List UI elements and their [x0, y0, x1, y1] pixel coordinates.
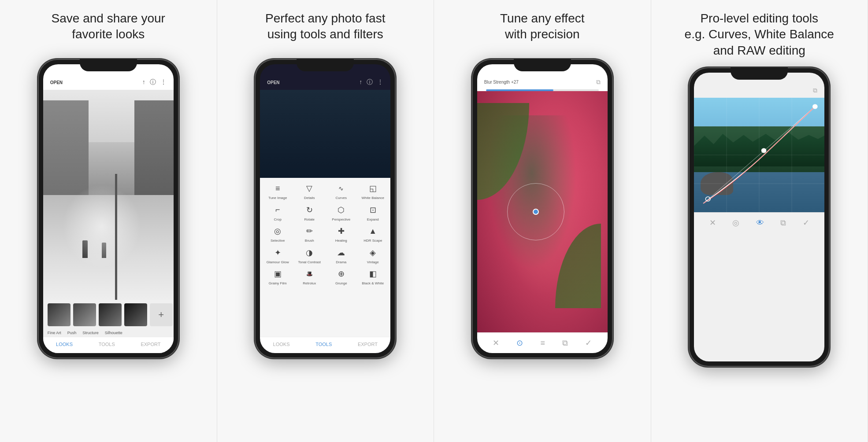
phone-3: Blur Strength +27 ⧉ — [472, 59, 613, 358]
tune-image-icon: ≡ — [271, 182, 284, 195]
tools-grid-container: ≡ Tune Image ▽ Details ∿ Curves ◱ — [260, 178, 390, 337]
sliders-ctrl-icon[interactable]: ≡ — [540, 339, 545, 348]
more-icon-1[interactable]: ⋮ — [160, 78, 167, 86]
curves-icon: ∿ — [335, 182, 347, 195]
tool-retrolux[interactable]: 🎩 Retrolux — [295, 268, 323, 286]
white-balance-label: White Balance — [361, 196, 384, 200]
tool-tonal-contrast[interactable]: ◑ Tonal Contrast — [295, 247, 323, 265]
tool-details[interactable]: ▽ Details — [295, 182, 323, 200]
look-thumb-1[interactable] — [48, 303, 70, 326]
nav-export-2[interactable]: EXPORT — [358, 342, 378, 347]
phone-4-image — [694, 98, 824, 212]
svg-point-7 — [813, 104, 818, 109]
tool-perspective[interactable]: ⬡ Perspective — [327, 204, 355, 222]
tool-brush[interactable]: ✏ Brush — [295, 225, 323, 243]
phone-2-dark-image — [260, 90, 390, 178]
phone-3-inner: Blur Strength +27 ⧉ — [477, 64, 608, 353]
phone-3-controls: ✕ ⊙ ≡ ⧉ ✓ — [477, 332, 608, 353]
phone-4-inner: ⧉ — [694, 73, 824, 361]
flowers-background — [477, 91, 608, 332]
tool-vintage[interactable]: ◈ Vintage — [359, 247, 387, 265]
tool-crop[interactable]: ⌐ Crop — [263, 204, 292, 222]
healing-label: Healing — [335, 239, 347, 243]
phone-2: OPEN ↑ ⓘ ⋮ ≡ Tune Image — [255, 59, 396, 358]
hdr-scape-label: HDR Scape — [364, 239, 382, 243]
tonal-contrast-label: Tonal Contrast — [298, 260, 321, 265]
retrolux-icon: 🎩 — [303, 268, 315, 280]
tool-selective[interactable]: ◎ Selective — [263, 225, 292, 243]
open-label-1: OPEN — [50, 80, 63, 85]
rotate-icon: ↻ — [303, 204, 315, 216]
crop-icon: ⌐ — [271, 204, 284, 216]
glamour-glow-icon: ✦ — [271, 247, 284, 259]
luma-icon-4[interactable]: ◎ — [732, 218, 739, 228]
phone-4: ⧉ — [689, 67, 830, 367]
look-thumb-3[interactable] — [99, 303, 122, 326]
tool-black-white[interactable]: ◧ Black & White — [359, 268, 387, 286]
add-look-button[interactable]: + — [150, 303, 173, 326]
tool-tune-image[interactable]: ≡ Tune Image — [263, 182, 292, 200]
look-thumb-4[interactable] — [124, 303, 147, 326]
blur-dot[interactable] — [533, 209, 539, 215]
brush-label: Brush — [305, 239, 314, 243]
nav-looks-1[interactable]: LOOKS — [56, 342, 73, 347]
perspective-label: Perspective — [332, 217, 350, 222]
healing-icon: ✚ — [335, 225, 347, 237]
drama-icon: ☁ — [335, 247, 347, 259]
tool-hdr-scape[interactable]: ▲ HDR Scape — [359, 225, 387, 243]
cancel-icon-4[interactable]: ✕ — [709, 218, 716, 228]
nav-export-1[interactable]: EXPORT — [141, 342, 160, 347]
tool-curves[interactable]: ∿ Curves — [327, 182, 355, 200]
panel-pro: Pro-level editing tools e.g. Curves, Whi… — [651, 0, 868, 442]
details-label: Details — [304, 196, 315, 200]
nav-tools-2[interactable]: TOOLS — [315, 342, 332, 347]
expand-label: Expand — [367, 217, 379, 222]
tool-glamour-glow[interactable]: ✦ Glamour Glow — [263, 247, 292, 265]
nav-looks-2[interactable]: LOOKS — [273, 342, 290, 347]
compare-icon-3[interactable]: ⧉ — [596, 78, 601, 86]
tool-grainy-film[interactable]: ▣ Grainy Film — [263, 268, 292, 286]
selective-icon: ◎ — [271, 225, 284, 237]
details-icon: ▽ — [303, 182, 315, 195]
cancel-icon-3[interactable]: ✕ — [493, 338, 499, 348]
share-icon-2[interactable]: ↑ — [359, 78, 362, 86]
confirm-icon-3[interactable]: ✓ — [585, 338, 592, 348]
phone-1-nav: LOOKS TOOLS EXPORT — [43, 337, 174, 353]
notch-4 — [731, 67, 788, 80]
look-label-fineart: Fine Art — [48, 331, 61, 335]
tool-expand[interactable]: ⊡ Expand — [359, 204, 387, 222]
notch-3 — [514, 59, 571, 71]
drama-label: Drama — [336, 260, 346, 265]
tool-grunge[interactable]: ⊕ Grunge — [327, 268, 355, 286]
compare-ctrl-icon[interactable]: ⧉ — [562, 339, 568, 348]
panel-3-title: Tune any effect with precision — [500, 11, 584, 50]
info-icon-2[interactable]: ⓘ — [367, 78, 373, 86]
retrolux-label: Retrolux — [303, 281, 316, 286]
share-icon-1[interactable]: ↑ — [142, 78, 145, 86]
phone-3-image — [477, 91, 608, 332]
more-icon-2[interactable]: ⋮ — [377, 78, 383, 86]
tool-healing[interactable]: ✚ Healing — [327, 225, 355, 243]
looks-strip: + — [43, 300, 174, 330]
tool-rotate[interactable]: ↻ Rotate — [295, 204, 323, 222]
selective-ctrl-icon[interactable]: ⊙ — [516, 338, 523, 348]
layers-icon-4[interactable]: ⧉ — [780, 218, 786, 228]
rotate-label: Rotate — [304, 217, 315, 222]
tool-drama[interactable]: ☁ Drama — [327, 247, 355, 265]
crop-label: Crop — [274, 217, 282, 222]
phone-1-inner: OPEN ↑ ⓘ ⋮ — [43, 64, 174, 353]
nav-tools-1[interactable]: TOOLS — [99, 342, 115, 347]
info-icon-1[interactable]: ⓘ — [150, 78, 156, 86]
brush-icon: ✏ — [303, 225, 315, 237]
look-thumb-2[interactable] — [73, 303, 96, 326]
grunge-label: Grunge — [335, 281, 347, 286]
selective-label: Selective — [271, 239, 285, 243]
black-white-label: Black & White — [362, 281, 384, 286]
confirm-icon-4[interactable]: ✓ — [803, 218, 809, 228]
compare-icon-4[interactable]: ⧉ — [813, 87, 817, 94]
tool-white-balance[interactable]: ◱ White Balance — [359, 182, 387, 200]
phone-1: OPEN ↑ ⓘ ⋮ — [38, 59, 179, 358]
header-icons-1: ↑ ⓘ ⋮ — [142, 78, 167, 86]
panel-2-title: Perfect any photo fast using tools and f… — [265, 11, 385, 50]
eye-icon-4[interactable]: 👁 — [756, 218, 764, 228]
